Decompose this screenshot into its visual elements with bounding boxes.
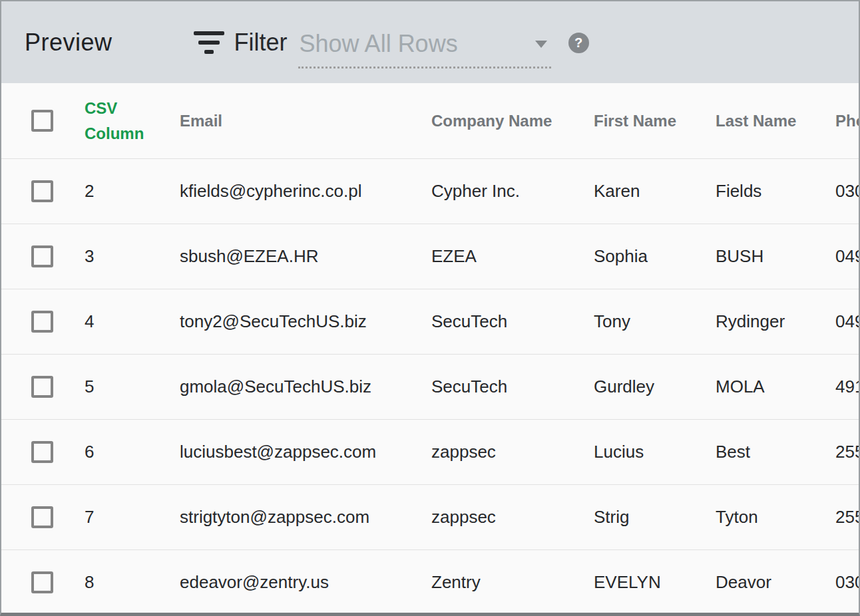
cell-email: edeavor@zentry.us <box>180 572 431 593</box>
table-row: 4 tony2@SecuTechUS.biz SecuTech Tony Ryd… <box>1 289 859 354</box>
column-header-phone: Phone <box>835 112 859 130</box>
cell-company-name: zappsec <box>431 442 594 462</box>
cell-first-name: Sophia <box>594 246 716 267</box>
cell-phone: 049 <box>835 246 859 267</box>
cell-company-name: SecuTech <box>431 311 594 332</box>
cell-first-name: Lucius <box>594 442 716 462</box>
filter-dropdown-value: Show All Rows <box>300 30 458 58</box>
cell-company-name: EZEA <box>431 246 594 267</box>
filter-label: Filter <box>234 29 288 57</box>
toolbar: Preview Filter Show All Rows ? <box>1 1 859 83</box>
cell-first-name: EVELYN <box>594 572 716 593</box>
cell-company-name: Cypher Inc. <box>431 181 594 202</box>
column-header-email: Email <box>180 112 431 130</box>
cell-phone: 049 <box>835 311 859 332</box>
cell-email: kfields@cypherinc.co.pl <box>180 181 431 202</box>
cell-first-name: Karen <box>594 181 716 202</box>
column-header-last-name: Last Name <box>716 112 835 130</box>
cell-email: luciusbest@zappsec.com <box>180 442 431 462</box>
select-all-checkbox[interactable] <box>31 110 53 132</box>
cell-phone: 255 <box>835 442 859 462</box>
table-row: 5 gmola@SecuTechUS.biz SecuTech Gurdley … <box>1 354 859 419</box>
cell-csv-column: 7 <box>85 507 180 528</box>
row-checkbox[interactable] <box>31 441 53 463</box>
cell-company-name: SecuTech <box>431 377 594 397</box>
help-icon[interactable]: ? <box>568 33 589 53</box>
row-checkbox[interactable] <box>31 376 53 398</box>
cell-last-name: MOLA <box>716 377 835 397</box>
header-checkbox-cell <box>1 110 85 132</box>
row-checkbox[interactable] <box>31 180 53 202</box>
row-checkbox[interactable] <box>31 311 53 333</box>
filter-icon <box>194 31 224 54</box>
filter-group: Filter Show All Rows ? <box>194 17 589 69</box>
chevron-down-icon <box>535 41 547 48</box>
table-row: 6 luciusbest@zappsec.com zappsec Lucius … <box>1 419 859 484</box>
table-row: 3 sbush@EZEA.HR EZEA Sophia BUSH 049 <box>1 224 859 289</box>
cell-email: tony2@SecuTechUS.biz <box>180 311 431 332</box>
cell-company-name: zappsec <box>431 507 594 528</box>
row-checkbox[interactable] <box>31 506 53 528</box>
column-header-csv-column: CSV Column <box>85 99 144 142</box>
column-header-first-name: First Name <box>594 112 716 130</box>
cell-email: sbush@EZEA.HR <box>180 246 431 267</box>
page-title: Preview <box>25 29 112 57</box>
row-checkbox[interactable] <box>31 245 53 267</box>
preview-table: CSV Column Email Company Name First Name… <box>1 83 859 615</box>
table-body: 2 kfields@cypherinc.co.pl Cypher Inc. Ka… <box>1 158 859 615</box>
cell-last-name: Tyton <box>716 507 835 528</box>
cell-csv-column: 2 <box>85 181 180 202</box>
cell-phone: 491 <box>835 377 859 397</box>
cell-last-name: BUSH <box>716 246 835 267</box>
cell-email: strigtyton@zappsec.com <box>180 507 431 528</box>
cell-csv-column: 6 <box>85 442 180 462</box>
cell-last-name: Rydinger <box>716 311 835 332</box>
cell-phone: 030 <box>835 181 859 202</box>
cell-csv-column: 8 <box>85 572 180 593</box>
table-row: 8 edeavor@zentry.us Zentry EVELYN Deavor… <box>1 549 859 615</box>
cell-first-name: Gurdley <box>594 377 716 397</box>
filter-rows-dropdown[interactable]: Show All Rows <box>298 26 551 69</box>
cell-phone: 255 <box>835 507 859 528</box>
table-row: 7 strigtyton@zappsec.com zappsec Strig T… <box>1 484 859 549</box>
cell-phone: 030 <box>835 572 859 593</box>
cell-first-name: Strig <box>594 507 716 528</box>
column-header-company-name: Company Name <box>431 112 594 130</box>
table-header-row: CSV Column Email Company Name First Name… <box>1 83 859 158</box>
row-checkbox[interactable] <box>31 571 53 593</box>
cell-last-name: Deavor <box>716 572 835 593</box>
cell-last-name: Fields <box>716 181 835 202</box>
csv-preview-panel: Preview Filter Show All Rows ? CSV Colum… <box>0 0 860 616</box>
cell-last-name: Best <box>716 442 835 462</box>
cell-first-name: Tony <box>594 311 716 332</box>
cell-email: gmola@SecuTechUS.biz <box>180 377 431 397</box>
cell-company-name: Zentry <box>431 572 594 593</box>
cell-csv-column: 4 <box>85 311 180 332</box>
table-row: 2 kfields@cypherinc.co.pl Cypher Inc. Ka… <box>1 158 859 224</box>
cell-csv-column: 5 <box>85 377 180 397</box>
cell-csv-column: 3 <box>85 246 180 267</box>
